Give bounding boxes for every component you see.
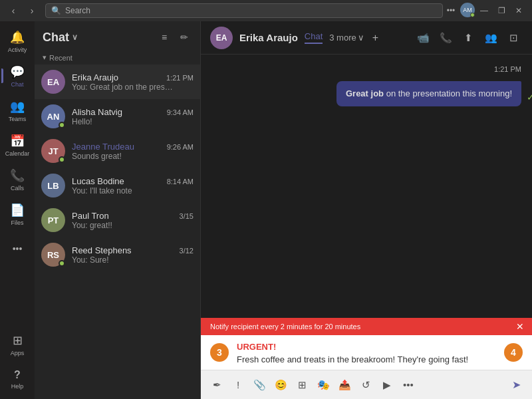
back-button[interactable]: ‹ [5, 3, 21, 19]
search-placeholder: Search [65, 6, 90, 15]
message-timestamp: 1:21 PM [211, 65, 521, 73]
more-button[interactable]: ••• [443, 3, 459, 19]
message-text: on the presentation this morning! [384, 88, 512, 98]
priority-button-left[interactable]: 3 [210, 343, 229, 362]
loop-button[interactable]: ↺ [356, 376, 375, 394]
filter-button[interactable]: ≡ [156, 29, 172, 45]
chat-list-panel: Chat ∨ ≡ ✏ ▾ Recent EA Erika Araujo 1:21… [35, 21, 201, 399]
chat-item-content: Paul Tron 3/15 You: great!! [72, 211, 194, 230]
expand-button[interactable]: ⊡ [504, 29, 523, 47]
more-tabs-button[interactable]: 3 more ∨ [329, 33, 364, 43]
chat-items: EA Erika Araujo 1:21 PM You: Great job o… [35, 65, 200, 399]
sidebar-item-label: Help [11, 383, 24, 390]
format-button[interactable]: ✒ [207, 376, 226, 394]
more-options-button[interactable]: ••• [399, 376, 418, 394]
avatar[interactable]: AM [460, 3, 475, 17]
titlebar-nav: ‹ › [5, 3, 40, 19]
notify-text: Notify recipient every 2 minutes for 20 … [210, 323, 360, 331]
video-call-button[interactable]: 📹 [414, 29, 432, 47]
chat-item-content: Lucas Bodine 8:14 AM You: I'll take note [72, 176, 194, 196]
status-indicator [59, 122, 65, 128]
sidebar-item-label: Teams [9, 116, 27, 122]
tab-chat[interactable]: Chat [305, 31, 323, 44]
titlebar: ‹ › 🔍 Search ••• AM — ❐ ✕ [0, 0, 532, 21]
chat-header: EA Erika Araujo Chat 3 more ∨ + 📹 📞 ⬆ 👥 … [201, 21, 532, 55]
message-preview: Sounds great! [72, 152, 175, 161]
chevron-down-icon: ∨ [72, 33, 78, 42]
message-time: 3/12 [180, 247, 194, 255]
chat-item-content: Erika Araujo 1:21 PM You: Great job on t… [72, 72, 194, 92]
add-tab-button[interactable]: + [372, 32, 378, 44]
teams-icon: 👥 [10, 99, 25, 114]
record-button[interactable]: ▶ [378, 376, 396, 394]
contact-name: Erika Araujo [239, 32, 298, 43]
sidebar-item-more[interactable]: ••• [1, 231, 33, 266]
sidebar-item-help[interactable]: ? Help [1, 362, 33, 396]
urgent-message-text: Fresh coffee and treats in the breakroom… [237, 354, 496, 364]
avatar: AN [41, 104, 65, 128]
message-time: 8:14 AM [167, 178, 194, 186]
sidebar-item-chat[interactable]: 💬 Chat [1, 59, 33, 93]
chat-item-jeanne[interactable]: JT Jeanne Trudeau 9:26 AM Sounds great! [35, 134, 200, 168]
recent-label: ▾ Recent [35, 51, 200, 65]
giphy-button[interactable]: ⊞ [293, 376, 311, 394]
minimize-button[interactable]: — [476, 3, 492, 19]
emoji-button[interactable]: 😊 [271, 376, 290, 394]
urgent-compose: 3 URGENT! Fresh coffee and treats in the… [201, 335, 532, 370]
sidebar-item-teams[interactable]: 👥 Teams [1, 93, 33, 128]
chat-item-reed[interactable]: RS Reed Stephens 3/12 You: Sure! [35, 237, 200, 272]
message-wrap: Great job on the presentation this morni… [211, 81, 521, 106]
sidebar-item-apps[interactable]: ⊞ Apps [1, 327, 33, 362]
sidebar-item-label: Calls [11, 185, 24, 192]
priority-button-right[interactable]: 4 [504, 343, 523, 362]
notification-bar: Notify recipient every 2 minutes for 20 … [201, 318, 532, 335]
contact-avatar: EA [210, 27, 233, 49]
sidebar-item-files[interactable]: 📄 Files [1, 197, 33, 231]
send-button[interactable]: ➤ [507, 376, 525, 394]
chat-item-paul[interactable]: PT Paul Tron 3/15 You: great!! [35, 203, 200, 237]
restore-button[interactable]: ❐ [493, 3, 509, 19]
sticker-button[interactable]: 🎭 [314, 376, 332, 394]
message-preview: You: Great job on the presentati... [72, 82, 175, 92]
sidebar-item-label: Apps [11, 350, 25, 356]
contact-name: Reed Stephens [72, 245, 132, 255]
more-icon: ••• [13, 243, 23, 254]
message-bold-text: Great job [346, 88, 384, 98]
chat-list-actions: ≡ ✏ [156, 29, 192, 45]
avatar: LB [41, 174, 65, 198]
search-bar[interactable]: 🔍 Search [45, 3, 443, 18]
close-notification-button[interactable]: ✕ [516, 321, 524, 332]
forward-button[interactable]: › [24, 3, 40, 19]
titlebar-controls: ••• AM — ❐ ✕ [443, 3, 527, 19]
apps-icon: ⊞ [13, 333, 23, 348]
chat-item-lucas[interactable]: LB Lucas Bodine 8:14 AM You: I'll take n… [35, 168, 200, 203]
contact-name: Paul Tron [72, 211, 109, 221]
compose-button[interactable]: ✏ [176, 29, 192, 45]
message-time: 9:26 AM [167, 143, 194, 151]
chat-list-header: Chat ∨ ≡ ✏ [35, 21, 200, 51]
audio-call-button[interactable]: 📞 [436, 29, 455, 47]
sidebar-item-calls[interactable]: 📞 Calls [1, 162, 33, 197]
online-indicator [470, 13, 475, 17]
sidebar-item-label: Files [11, 219, 23, 226]
sidebar-item-activity[interactable]: 🔔 Activity [1, 24, 33, 59]
message-preview: Hello! [72, 117, 175, 126]
chat-item-alisha[interactable]: AN Alisha Natvig 9:34 AM Hello! [35, 99, 200, 134]
contact-name: Jeanne Trudeau [72, 142, 134, 152]
attach-button[interactable]: 📎 [250, 376, 269, 394]
close-button[interactable]: ✕ [511, 3, 527, 19]
chat-item-content: Reed Stephens 3/12 You: Sure! [72, 245, 194, 265]
calls-icon: 📞 [10, 168, 25, 183]
chevron-down-icon: ∨ [358, 33, 364, 43]
chat-item-erika[interactable]: EA Erika Araujo 1:21 PM You: Great job o… [35, 65, 200, 99]
chat-icon: 💬 [10, 65, 25, 79]
sidebar-item-calendar[interactable]: 📅 Calendar [1, 128, 33, 162]
participants-button[interactable]: 👥 [481, 29, 500, 47]
chat-messages: 1:21 PM Great job on the presentation th… [201, 55, 532, 318]
share-screen-button[interactable]: ⬆ [459, 29, 477, 47]
priority-button[interactable]: ! [229, 376, 247, 394]
schedule-button[interactable]: 📤 [335, 376, 354, 394]
chat-header-actions: 📹 📞 ⬆ 👥 ⊡ [414, 29, 523, 47]
urgent-label: URGENT! [237, 342, 496, 352]
chat-title-text: Chat [43, 31, 69, 45]
